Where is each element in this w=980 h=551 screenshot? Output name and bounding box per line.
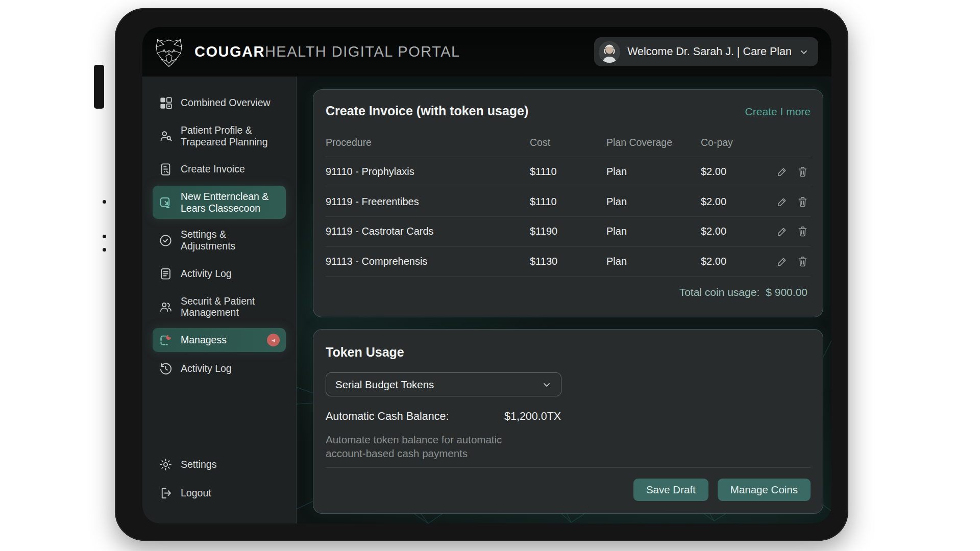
manage-alert-icon	[159, 333, 173, 347]
chevron-down-icon	[799, 47, 809, 57]
patient-search-icon	[159, 129, 173, 143]
cell-procedure: 91113 - Comprehensis	[326, 256, 530, 267]
cell-coverage: Plan	[606, 226, 701, 237]
column-copay: Co-pay	[701, 137, 772, 148]
automatic-cash-balance: Automatic Cash Balance: $1,200.0TX	[326, 410, 811, 423]
sidebar-spacer	[153, 385, 286, 448]
delete-icon[interactable]	[797, 226, 808, 237]
sidebar-item-label: Managess	[181, 334, 227, 346]
cell-coverage: Plan	[606, 256, 701, 267]
notification-badge: ◂	[267, 334, 280, 346]
cell-copay: $2.00	[701, 166, 772, 178]
column-procedure: Procedure	[326, 137, 530, 148]
table-row: 91119 - Castrotar Cards $1190 Plan $2.00	[326, 217, 811, 247]
edit-icon[interactable]	[776, 166, 788, 178]
edit-icon[interactable]	[776, 196, 788, 208]
chevron-down-icon	[542, 380, 552, 390]
cell-procedure: 91119 - Castrotar Cards	[326, 226, 530, 237]
sidebar-item-create-invoice[interactable]: Create Invoice	[153, 157, 286, 181]
sidebar-item-label: Securit & Patient Management	[181, 295, 280, 318]
history-clock-icon	[159, 362, 173, 375]
cougar-logo-icon	[153, 36, 185, 68]
sidebar-item-label: Settings & Adjustments	[181, 229, 280, 252]
sidebar-item-label: Create Invoice	[181, 163, 245, 175]
total-label: Total coin usage:	[679, 286, 760, 298]
cell-coverage: Plan	[606, 166, 701, 178]
table-row: 91113 - Comprehensis $1130 Plan $2.00	[326, 247, 811, 277]
table-row: 91119 - Freerentibes $1110 Plan $2.00	[326, 187, 811, 217]
brand-rest: HEALTH DIGITAL PORTAL	[265, 43, 460, 60]
sidebar-item-combined-overview[interactable]: Combined Overview	[153, 91, 286, 115]
clock-check-icon	[159, 234, 173, 247]
avatar	[599, 41, 620, 63]
column-plan-coverage: Plan Coverage	[606, 137, 701, 148]
cell-copay: $2.00	[701, 226, 772, 237]
sidebar-item-patient-profile[interactable]: Patient Profile & Trapeared Planning	[153, 119, 286, 153]
sidebar-item-label: Activity Log	[181, 363, 232, 374]
sidebar-item-label: Activity Log	[181, 268, 232, 280]
token-type-selected-value: Serial Budget Tokens	[335, 379, 434, 391]
tablet-side-dot	[103, 235, 106, 238]
create-invoice-panel: Create Invoice (with token usage) Create…	[313, 89, 823, 317]
tablet-frame: COUGARHEALTH DIGITAL PORTAL Welcome Dr. …	[115, 8, 848, 541]
token-helper-text: Automate token balance for automatic acc…	[326, 433, 540, 460]
app-header: COUGARHEALTH DIGITAL PORTAL Welcome Dr. …	[142, 27, 831, 77]
delete-icon[interactable]	[797, 196, 808, 208]
grid-overview-icon	[159, 96, 173, 110]
sidebar-item-logout[interactable]: Logout	[153, 481, 286, 505]
cell-cost: $1130	[530, 256, 606, 267]
delete-icon[interactable]	[797, 166, 808, 178]
manage-coins-button[interactable]: Manage Coins	[718, 479, 811, 502]
sidebar: Combined Overview Patient Profile & Trap…	[142, 77, 297, 523]
sidebar-item-activity-log-2[interactable]: Activity Log	[153, 357, 286, 381]
cell-copay: $2.00	[701, 256, 772, 267]
total-value: $ 900.00	[766, 286, 807, 298]
balance-value: $1,200.0TX	[504, 410, 561, 423]
sidebar-item-label: Combined Overview	[181, 97, 271, 109]
cell-cost: $1190	[530, 226, 606, 237]
brand-bold: COUGAR	[194, 43, 265, 60]
cell-procedure: 91110 - Prophylaxis	[326, 166, 530, 178]
user-menu[interactable]: Welcome Dr. Sarah J. | Care Plan	[594, 37, 818, 66]
table-row: 91110 - Prophylaxis $1110 Plan $2.00	[326, 157, 811, 187]
sidebar-item-activity-log[interactable]: Activity Log	[153, 262, 286, 286]
app-title: COUGARHEALTH DIGITAL PORTAL	[194, 43, 460, 60]
patients-group-icon	[159, 300, 173, 314]
tablet-side-button	[94, 65, 104, 109]
column-cost: Cost	[530, 137, 606, 148]
cell-procedure: 91119 - Freerentibes	[326, 196, 530, 208]
create-more-link[interactable]: Create I more	[745, 106, 811, 118]
invoice-table-header: Procedure Cost Plan Coverage Co-pay	[326, 118, 811, 157]
invoice-panel-title: Create Invoice (with token usage)	[326, 104, 528, 118]
sidebar-item-label: Patient Profile & Trapeared Planning	[181, 124, 280, 147]
sidebar-item-managess[interactable]: Managess ◂	[153, 328, 286, 352]
main-area: Create Invoice (with token usage) Create…	[297, 77, 831, 523]
delete-icon[interactable]	[797, 256, 808, 267]
edit-icon[interactable]	[776, 226, 788, 237]
total-coin-usage: Total coin usage:$ 900.00	[326, 277, 811, 298]
sidebar-item-label: Settings	[181, 459, 216, 470]
welcome-text: Welcome Dr. Sarah J. | Care Plan	[627, 45, 792, 58]
sidebar-item-settings-adjustments[interactable]: Settings & Adjustments	[153, 223, 286, 257]
tablet-side-dot	[103, 200, 106, 204]
invoice-document-icon	[159, 162, 173, 176]
tablet-side-dot	[103, 248, 106, 252]
sidebar-item-securit-patient-management[interactable]: Securit & Patient Management	[153, 290, 286, 323]
token-panel-title: Token Usage	[326, 345, 811, 360]
edit-icon[interactable]	[776, 256, 788, 267]
token-type-select[interactable]: Serial Budget Tokens	[326, 372, 561, 396]
list-document-icon	[159, 267, 173, 281]
app-screen: COUGARHEALTH DIGITAL PORTAL Welcome Dr. …	[142, 27, 831, 523]
cell-cost: $1110	[530, 166, 606, 178]
cell-coverage: Plan	[606, 196, 701, 208]
sidebar-item-label: Logout	[181, 487, 211, 499]
cell-copay: $2.00	[701, 196, 772, 208]
sidebar-item-new-entternclean[interactable]: New Entternclean & Lears Classecoon	[153, 186, 286, 219]
save-draft-button[interactable]: Save Draft	[633, 479, 708, 502]
new-entry-icon	[159, 195, 173, 209]
token-usage-panel: Token Usage Serial Budget Tokens Automat…	[313, 329, 823, 514]
gear-icon	[159, 458, 173, 471]
balance-label: Automatic Cash Balance:	[326, 410, 504, 423]
sidebar-item-settings[interactable]: Settings	[153, 453, 286, 477]
content-area: Combined Overview Patient Profile & Trap…	[142, 77, 831, 523]
